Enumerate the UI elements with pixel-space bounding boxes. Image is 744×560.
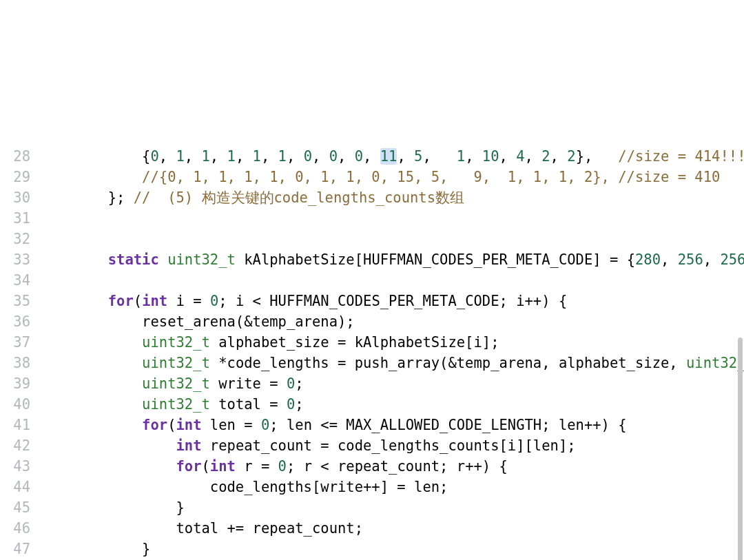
code-token: } (40, 541, 150, 557)
code-token: 0 (287, 375, 295, 392)
code-line[interactable]: 28 {0, 1, 1, 1, 1, 1, 0, 0, 0, 11, 5, 1,… (0, 146, 744, 167)
code-content[interactable]: //{0, 1, 1, 1, 1, 0, 1, 1, 0, 15, 5, 9, … (40, 167, 744, 187)
code-token: len = (202, 417, 261, 433)
code-token: , (338, 148, 355, 165)
code-content[interactable]: } (40, 539, 744, 559)
code-token (40, 169, 142, 185)
code-token: for (108, 293, 134, 309)
code-token: , (312, 148, 329, 165)
line-number: 34 (0, 270, 40, 291)
code-line[interactable]: 32 (0, 229, 744, 249)
code-content[interactable]: uint32_t total = 0; (40, 394, 744, 415)
code-line[interactable]: 34 (0, 270, 744, 291)
line-number: 33 (0, 249, 40, 270)
code-line[interactable]: 42 int repeat_count = code_lengths_count… (0, 435, 744, 456)
code-line[interactable]: 31 (0, 208, 744, 229)
code-line[interactable]: 40 uint32_t total = 0; (0, 394, 744, 415)
code-line[interactable]: 46 total += repeat_count; (0, 518, 744, 539)
code-content[interactable]: uint32_t *code_lengths = push_array(&tem… (40, 353, 744, 373)
code-line[interactable]: 44 code_lengths[write++] = len; (0, 477, 744, 497)
code-token: , (261, 148, 278, 165)
code-token: ( (134, 293, 142, 309)
code-content[interactable]: for(int len = 0; len <= MAX_ALLOWED_CODE… (40, 415, 744, 435)
code-token: ; r < repeat_count; r++) { (287, 458, 508, 475)
code-content[interactable] (40, 229, 744, 249)
line-number: 28 (0, 146, 40, 167)
code-token: } (40, 499, 185, 516)
code-token: for (176, 458, 201, 475)
code-token: 0 (261, 417, 269, 433)
code-content[interactable]: uint32_t alphabet_size = kAlphabetSize[i… (40, 332, 744, 353)
code-token: alphabet_size = kAlphabetSize[i]; (210, 334, 499, 351)
code-token: ; len <= MAX_ALLOWED_CODE_LENGTH; len++)… (269, 417, 626, 433)
code-token: uint32_t (167, 251, 236, 268)
line-number: 36 (0, 311, 40, 332)
line-number: 32 (0, 229, 40, 249)
code-token (159, 251, 167, 268)
code-line[interactable]: 38 uint32_t *code_lengths = push_array(&… (0, 353, 744, 373)
code-token: 0 (329, 148, 338, 165)
code-token: int (142, 293, 167, 309)
code-content[interactable]: }; // (5) 构造关键的code_lengths_counts数组 (40, 187, 744, 208)
vertical-scrollbar[interactable] (738, 338, 743, 560)
code-lines-container: 28 {0, 1, 1, 1, 1, 1, 0, 0, 0, 11, 5, 1,… (0, 146, 744, 560)
code-content[interactable]: reset_arena(&temp_arena); (40, 311, 744, 332)
code-token: ; i < HUFFMAN_CODES_PER_META_CODE; i++) … (218, 293, 567, 309)
line-number: 41 (0, 415, 40, 435)
code-token: repeat_count = code_lengths_counts[i][le… (202, 437, 576, 454)
code-content[interactable] (40, 208, 744, 229)
code-line[interactable]: 29 //{0, 1, 1, 1, 1, 0, 1, 1, 0, 15, 5, … (0, 167, 744, 187)
code-token: 0 (287, 396, 295, 413)
code-token: , (703, 251, 721, 268)
code-token: int (176, 437, 201, 454)
code-content[interactable] (40, 270, 744, 291)
code-content[interactable]: for(int i = 0; i < HUFFMAN_CODES_PER_MET… (40, 291, 744, 311)
code-line[interactable]: 47 } (0, 539, 744, 559)
line-number: 40 (0, 394, 40, 415)
code-line[interactable]: 33 static uint32_t kAlphabetSize[HUFFMAN… (0, 249, 744, 270)
line-number: 38 (0, 353, 40, 373)
code-line[interactable]: 41 for(int len = 0; len <= MAX_ALLOWED_C… (0, 415, 744, 435)
code-token: total = (210, 396, 287, 413)
code-content[interactable]: uint32_t write = 0; (40, 373, 744, 394)
code-token: //size = 414!!! (618, 148, 744, 165)
code-token: reset_arena(&temp_arena); (40, 313, 355, 330)
code-content[interactable]: for(int r = 0; r < repeat_count; r++) { (40, 456, 744, 477)
code-content[interactable]: } (40, 497, 744, 518)
code-token: uint32_t (142, 355, 210, 371)
code-token: static (108, 251, 159, 268)
code-token: uint32_t (142, 396, 210, 413)
code-content[interactable]: {0, 1, 1, 1, 1, 1, 0, 0, 0, 11, 5, 1, 10… (40, 146, 744, 167)
code-token (40, 148, 142, 165)
code-token: , (465, 148, 482, 165)
line-number: 44 (0, 477, 40, 497)
code-line[interactable]: 35 for(int i = 0; i < HUFFMAN_CODES_PER_… (0, 291, 744, 311)
code-line[interactable]: 43 for(int r = 0; r < repeat_count; r++)… (0, 456, 744, 477)
code-line[interactable]: 39 uint32_t write = 0; (0, 373, 744, 394)
code-token: , (236, 148, 253, 165)
code-token: ; (295, 375, 303, 392)
code-token: 280 (635, 251, 661, 268)
code-token: , (550, 148, 568, 165)
code-token: , (185, 148, 202, 165)
code-token: , (499, 148, 517, 165)
code-token: { (142, 148, 150, 165)
line-number: 35 (0, 291, 40, 311)
code-editor[interactable]: 28 {0, 1, 1, 1, 1, 1, 0, 0, 0, 11, 5, 1,… (0, 103, 744, 560)
code-token (40, 396, 142, 413)
code-content[interactable]: total += repeat_count; (40, 518, 744, 539)
line-number: 47 (0, 539, 40, 559)
code-token: 1 (253, 148, 261, 165)
code-line[interactable]: 45 } (0, 497, 744, 518)
line-number: 42 (0, 435, 40, 456)
code-token: , (159, 148, 176, 165)
code-token: 1 (202, 148, 210, 165)
code-content[interactable]: static uint32_t kAlphabetSize[HUFFMAN_CO… (40, 249, 744, 270)
code-token: uint32_t (686, 355, 744, 371)
code-line[interactable]: 36 reset_arena(&temp_arena); (0, 311, 744, 332)
code-line[interactable]: 37 uint32_t alphabet_size = kAlphabetSiz… (0, 332, 744, 353)
code-token: i = (167, 293, 210, 309)
code-content[interactable]: code_lengths[write++] = len; (40, 477, 744, 497)
code-content[interactable]: int repeat_count = code_lengths_counts[i… (40, 435, 744, 456)
code-line[interactable]: 30 }; // (5) 构造关键的code_lengths_counts数组 (0, 187, 744, 208)
